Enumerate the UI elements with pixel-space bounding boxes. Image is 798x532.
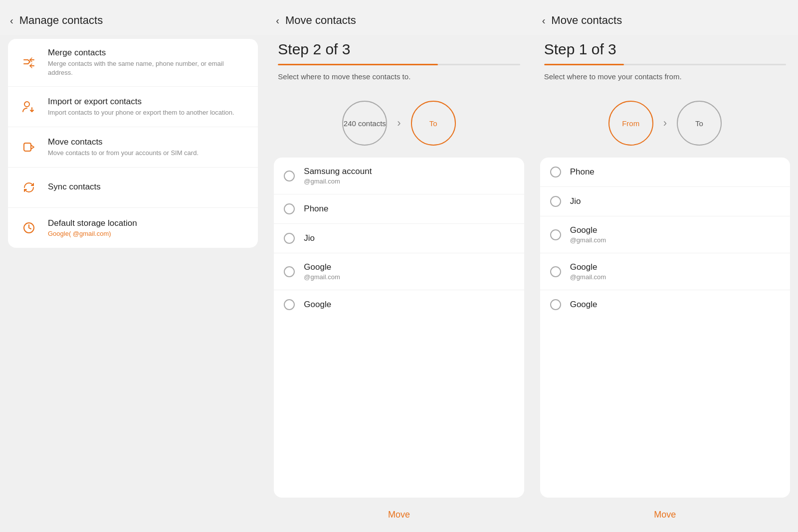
panel2-circle-row: 240 contacts › To — [266, 91, 532, 158]
panel2-google1-subtitle: @gmail.com — [304, 273, 340, 281]
panel2-radio-google1[interactable] — [284, 266, 295, 277]
menu-item-default-storage[interactable]: Default storage location Google( @gmail.… — [8, 208, 258, 248]
import-export-icon — [18, 96, 40, 118]
move-subtitle: Move contacts to or from your accounts o… — [48, 149, 199, 158]
svg-rect-1 — [24, 143, 31, 151]
panel2-google1-title: Google — [304, 262, 340, 272]
back-icon-panel1[interactable]: ‹ — [10, 15, 13, 26]
panel3-google2-subtitle: @gmail.com — [570, 273, 606, 281]
menu-item-merge[interactable]: Merge contacts Merge contacts with the s… — [8, 39, 258, 87]
panel2-from-circle: 240 contacts — [342, 101, 387, 146]
panel2-options-card: Samsung account @gmail.com Phone Jio Goo… — [274, 158, 524, 498]
sync-icon — [18, 177, 40, 198]
merge-text: Merge contacts Merge contacts with the s… — [48, 48, 248, 77]
sync-title: Sync contacts — [48, 182, 101, 192]
panel3-google3-title: Google — [570, 300, 598, 310]
import-export-title: Import or export contacts — [48, 97, 234, 107]
panel2-samsung-text: Samsung account @gmail.com — [304, 167, 372, 185]
panel3-option-jio[interactable]: Jio — [540, 187, 790, 216]
panel2-header: ‹ Move contacts — [266, 0, 532, 35]
panel3-chevron-icon: › — [663, 117, 667, 130]
panel3-move-button[interactable]: Move — [654, 510, 676, 520]
panel3-radio-jio[interactable] — [550, 196, 561, 207]
panel3-to-circle: To — [677, 101, 722, 146]
panel2-step-subtitle: Select where to move these contacts to. — [278, 72, 520, 81]
move-text: Move contacts Move contacts to or from y… — [48, 137, 199, 158]
manage-contacts-panel: ‹ Manage contacts Merge contacts Merge c… — [0, 0, 266, 532]
panel2-option-jio[interactable]: Jio — [274, 224, 524, 253]
panel3-progress-bar — [544, 64, 786, 65]
menu-item-sync[interactable]: Sync contacts — [8, 168, 258, 208]
panel3-phone-text: Phone — [570, 167, 595, 177]
panel3-step-subtitle: Select where to move your contacts from. — [544, 72, 786, 81]
storage-text: Default storage location Google( @gmail.… — [48, 218, 137, 237]
panel1-header: ‹ Manage contacts — [0, 0, 266, 35]
panel3-title: Move contacts — [551, 14, 622, 27]
panel2-progress-fill — [278, 64, 437, 65]
panel2-option-google2[interactable]: Google — [274, 290, 524, 319]
panel3-option-google1[interactable]: Google @gmail.com — [540, 216, 790, 253]
panel3-option-phone[interactable]: Phone — [540, 158, 790, 187]
storage-icon — [18, 217, 40, 239]
panel2-chevron-icon: › — [397, 117, 400, 130]
panel2-radio-jio[interactable] — [284, 233, 295, 244]
panel2-option-samsung[interactable]: Samsung account @gmail.com — [274, 158, 524, 194]
panel2-phone-text: Phone — [304, 204, 328, 214]
panel2-jio-text: Jio — [304, 233, 315, 243]
storage-title: Default storage location — [48, 218, 137, 228]
panel3-radio-google2[interactable] — [550, 266, 561, 277]
panel2-to-circle: To — [411, 101, 456, 146]
panel3-move-btn-row: Move — [532, 498, 798, 532]
move-icon — [18, 136, 40, 158]
move-contacts-step2-panel: ‹ Move contacts Step 2 of 3 Select where… — [266, 0, 532, 532]
panel2-google2-title: Google — [304, 300, 331, 310]
panel3-radio-google1[interactable] — [550, 229, 561, 240]
panel1-title: Manage contacts — [19, 14, 103, 27]
panel2-option-phone[interactable]: Phone — [274, 194, 524, 224]
sync-text: Sync contacts — [48, 182, 101, 193]
panel2-option-google1[interactable]: Google @gmail.com — [274, 253, 524, 290]
panel3-google1-subtitle: @gmail.com — [570, 236, 606, 244]
panel2-move-button[interactable]: Move — [388, 510, 410, 520]
panel3-step-title: Step 1 of 3 — [544, 41, 786, 58]
panel2-phone-title: Phone — [304, 204, 328, 214]
manage-contacts-menu: Merge contacts Merge contacts with the s… — [8, 39, 258, 248]
panel3-circle-row: From › To — [532, 91, 798, 158]
panel3-option-google2[interactable]: Google @gmail.com — [540, 253, 790, 290]
panel2-jio-title: Jio — [304, 233, 315, 243]
panel2-radio-phone[interactable] — [284, 203, 295, 214]
back-icon-panel3[interactable]: ‹ — [542, 15, 546, 26]
panel2-google1-text: Google @gmail.com — [304, 262, 340, 281]
move-title: Move contacts — [48, 137, 199, 147]
storage-subtitle: Google( @gmail.com) — [48, 230, 137, 237]
panel2-radio-samsung[interactable] — [284, 171, 295, 181]
menu-item-import-export[interactable]: Import or export contacts Import contact… — [8, 87, 258, 127]
panel2-samsung-title: Samsung account — [304, 167, 372, 177]
move-contacts-step1-panel: ‹ Move contacts Step 1 of 3 Select where… — [532, 0, 798, 532]
panel3-google1-title: Google — [570, 225, 606, 235]
panel3-phone-title: Phone — [570, 167, 595, 177]
panel2-samsung-subtitle: @gmail.com — [304, 177, 372, 185]
panel3-radio-google3[interactable] — [550, 299, 561, 310]
panel3-option-google3[interactable]: Google — [540, 290, 790, 319]
panel3-options-card: Phone Jio Google @gmail.com Google @gmai… — [540, 158, 790, 498]
import-export-subtitle: Import contacts to your phone or export … — [48, 108, 234, 117]
svg-point-0 — [24, 102, 29, 107]
panel3-jio-title: Jio — [570, 196, 581, 206]
back-icon-panel2[interactable]: ‹ — [276, 15, 279, 26]
panel2-step-header: Step 2 of 3 Select where to move these c… — [266, 35, 532, 91]
panel2-radio-google2[interactable] — [284, 299, 295, 310]
panel3-google2-title: Google — [570, 262, 606, 272]
panel3-from-circle: From — [608, 101, 653, 146]
panel3-jio-text: Jio — [570, 196, 581, 206]
panel2-progress-bar — [278, 64, 520, 65]
panel2-google2-text: Google — [304, 300, 331, 310]
merge-subtitle: Merge contacts with the same name, phone… — [48, 59, 248, 77]
merge-icon — [18, 52, 40, 74]
panel3-radio-phone[interactable] — [550, 167, 561, 177]
panel3-header: ‹ Move contacts — [532, 0, 798, 35]
menu-item-move[interactable]: Move contacts Move contacts to or from y… — [8, 127, 258, 168]
panel2-step-title: Step 2 of 3 — [278, 41, 520, 58]
merge-title: Merge contacts — [48, 48, 248, 58]
panel3-google1-text: Google @gmail.com — [570, 225, 606, 244]
